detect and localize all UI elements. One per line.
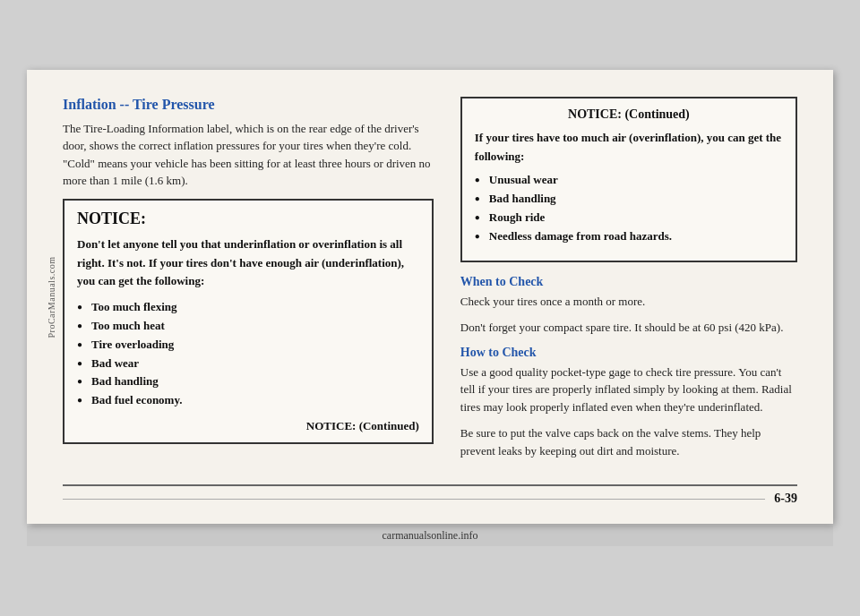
bullet-item: Tire overloading (77, 336, 419, 355)
bullet-item: Too much flexing (77, 298, 419, 317)
page-number: 6-39 (774, 492, 797, 506)
bullet-needless-damage: Needless damage from road hazards. (475, 227, 783, 246)
dont-forget-text: Don't forget your compact spare tire. It… (460, 319, 797, 337)
underinflation-bullets: Too much flexing Too much heat Tire over… (77, 298, 419, 410)
overinflation-intro: If your tires have too much air (overinf… (475, 129, 783, 167)
notice-box-left: NOTICE: Don't let anyone tell you that u… (63, 199, 434, 444)
two-column-layout: Inflation -- Tire Pressure The Tire-Load… (63, 97, 797, 468)
intro-text: The Tire-Loading Information label, whic… (63, 120, 434, 190)
bullet-bad-handling: Bad handling (475, 190, 783, 209)
how-to-check-para1: Use a good quality pocket-type gage to c… (460, 364, 797, 416)
when-to-check-title: When to Check (460, 275, 797, 289)
side-watermark: ProCarManuals.com (47, 256, 56, 338)
notice-body-left: Don't let anyone tell you that underinfl… (77, 235, 419, 291)
bullet-rough-ride: Rough ride (475, 209, 783, 227)
section-title-left: Inflation -- Tire Pressure (63, 97, 434, 113)
page-footer: 6-39 (63, 484, 797, 506)
right-column: NOTICE: (Continued) If your tires have t… (460, 97, 797, 468)
left-column: Inflation -- Tire Pressure The Tire-Load… (63, 97, 434, 468)
notice-box-right: NOTICE: (Continued) If your tires have t… (460, 97, 797, 262)
page-content: ProCarManuals.com Inflation -- Tire Pres… (27, 70, 833, 524)
watermark-bar: carmanualsonline.info (27, 526, 833, 546)
bullet-item: Too much heat (77, 317, 419, 336)
notice-title-left: NOTICE: (77, 210, 419, 228)
notice-continued-label: NOTICE: (Continued) (77, 419, 419, 433)
how-to-check-title: How to Check (460, 346, 797, 360)
overinflation-bullets: Unusual wear Bad handling Rough ride Nee… (475, 171, 783, 245)
bullet-item: Bad fuel economy. (77, 391, 419, 410)
watermark-text: carmanualsonline.info (383, 529, 478, 542)
when-to-check-text: Check your tires once a month or more. (460, 293, 797, 311)
notice-continued-title-right: NOTICE: (Continued) (475, 107, 783, 122)
bullet-item: Bad handling (77, 372, 419, 391)
bullet-item: Bad wear (77, 355, 419, 373)
bullet-unusual-wear: Unusual wear (475, 171, 783, 190)
how-to-check-para2: Be sure to put the valve caps back on th… (460, 424, 797, 459)
footer-line (63, 499, 765, 500)
